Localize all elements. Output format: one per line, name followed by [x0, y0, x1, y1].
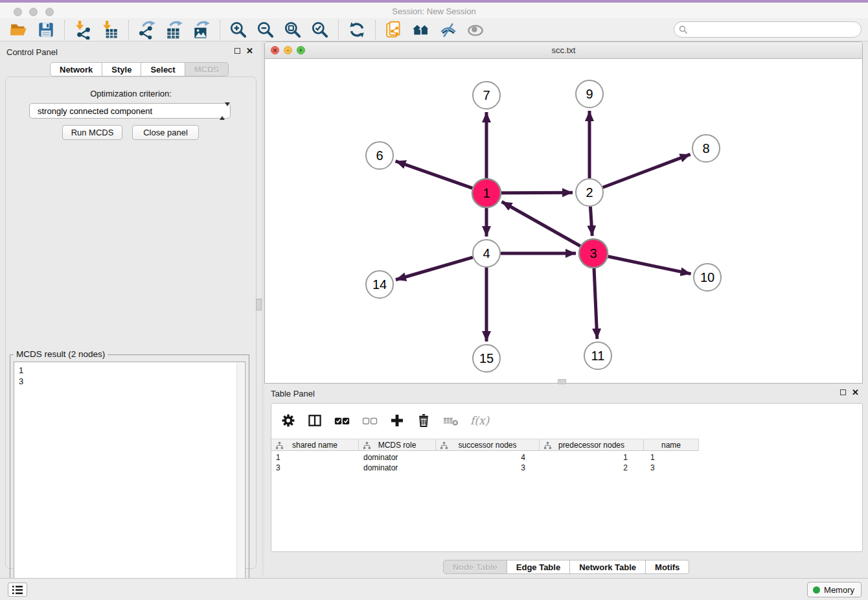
toolbar-separator	[220, 20, 220, 40]
export-network-icon[interactable]	[137, 20, 157, 40]
tab-edge-table[interactable]: Edge Table	[507, 560, 570, 574]
graph-node-label-7: 7	[483, 88, 490, 102]
search-icon	[679, 25, 688, 34]
graph-node-label-6: 6	[376, 148, 383, 163]
search-input[interactable]	[691, 23, 856, 36]
control-panel-tabs: Network Style Select MCDS	[50, 62, 229, 76]
graph-edge-3-10[interactable]	[608, 257, 691, 274]
table-row[interactable]: 1 dominator 4 1 1	[271, 452, 699, 463]
network-window-titlebar[interactable]: ✕ − + scc.txt	[265, 42, 862, 59]
float-panel-icon[interactable]	[840, 389, 846, 395]
memory-status-dot	[813, 586, 820, 594]
tab-node-table[interactable]: Node Table	[443, 560, 507, 574]
tab-network-table[interactable]: Network Table	[570, 560, 646, 574]
zoom-selected-icon[interactable]	[310, 20, 330, 40]
column-header-successor-nodes[interactable]: successor nodes	[436, 439, 540, 450]
tab-motifs[interactable]: Motifs	[646, 560, 689, 574]
graph-node-label-1: 1	[483, 186, 490, 200]
delete-row-icon[interactable]	[416, 413, 431, 428]
graph-edge-2-8[interactable]	[603, 154, 691, 187]
show-all-icon[interactable]	[466, 20, 485, 40]
network-canvas[interactable]: 7968124314101511	[265, 59, 862, 384]
graph-edge-3-1[interactable]	[502, 202, 580, 246]
tab-style[interactable]: Style	[102, 62, 141, 76]
network-title: scc.txt	[265, 45, 862, 55]
cell-shared-name: 1	[271, 452, 359, 463]
graph-node-label-8: 8	[702, 141, 709, 156]
tab-network[interactable]: Network	[50, 62, 102, 76]
graph-edge-2-3[interactable]	[590, 207, 592, 236]
graph-node-label-11: 11	[591, 349, 605, 363]
hide-selected-icon[interactable]	[439, 20, 458, 40]
mcds-panel: Optimization criterion: strongly connect…	[5, 76, 257, 569]
column-header-name[interactable]: name	[644, 439, 699, 450]
table-toolbar: f(x)	[280, 408, 489, 433]
column-header-mcds-role[interactable]: MCDS role	[359, 439, 436, 450]
graph-edge-3-11[interactable]	[594, 268, 597, 339]
toggle-panes-icon[interactable]	[307, 413, 323, 428]
toolbar-separator	[64, 20, 65, 40]
task-history-button[interactable]	[8, 583, 27, 597]
memory-label: Memory	[824, 585, 854, 595]
network-window: ✕ − + scc.txt 7968124314101511	[264, 41, 863, 384]
criterion-value: strongly connected component	[38, 106, 152, 116]
cell-name: 1	[644, 452, 699, 463]
search-box	[674, 21, 862, 38]
delete-column-icon[interactable]	[442, 413, 459, 428]
graph-node-label-2: 2	[586, 185, 593, 200]
hierarchy-icon	[544, 442, 551, 449]
control-panel: Control Panel ✕ Network Style Select MCD…	[0, 43, 262, 575]
tab-select[interactable]: Select	[141, 62, 185, 76]
mcds-result-area[interactable]: 1 3	[14, 362, 246, 595]
add-row-icon[interactable]	[389, 413, 405, 428]
graph-node-label-4: 4	[483, 246, 490, 260]
graph-node-label-10: 10	[700, 270, 714, 284]
zoom-out-icon[interactable]	[256, 20, 275, 40]
tab-mcds[interactable]: MCDS	[185, 62, 229, 76]
cell-predecessor-nodes: 1	[540, 452, 644, 463]
export-table-icon[interactable]	[165, 20, 184, 40]
cell-predecessor-nodes: 2	[540, 463, 644, 473]
close-panel-icon[interactable]: ✕	[246, 48, 253, 54]
graph-edge-1-2[interactable]	[501, 192, 573, 193]
graph-edge-4-14[interactable]	[396, 257, 473, 280]
app-titlebar: Session: New Session	[0, 3, 868, 18]
criterion-select[interactable]: strongly connected component	[29, 103, 231, 119]
graph-edge-1-6[interactable]	[396, 161, 473, 189]
cell-successor-nodes: 4	[436, 452, 540, 463]
zoom-fit-icon[interactable]	[283, 20, 303, 40]
column-header-shared-name[interactable]: shared name	[271, 439, 359, 450]
toolbar-separator	[375, 20, 376, 40]
function-builder-icon[interactable]: f(x)	[470, 414, 489, 427]
deselect-all-icon[interactable]	[361, 413, 378, 428]
column-header-predecessor-nodes[interactable]: predecessor nodes	[540, 439, 644, 450]
horizontal-splitter-grip[interactable]	[558, 379, 566, 384]
memory-button[interactable]: Memory	[807, 582, 862, 597]
run-mcds-button[interactable]: Run MCDS	[62, 125, 122, 140]
close-panel-button[interactable]: Close panel	[132, 125, 199, 140]
criterion-label: Optimization criterion:	[6, 89, 256, 98]
table-row[interactable]: 3 dominator 3 2 3	[271, 463, 699, 473]
float-panel-icon[interactable]	[234, 48, 240, 54]
table-header-row: shared name MCDS role successor nodes pr…	[271, 439, 699, 451]
select-all-icon[interactable]	[334, 413, 350, 428]
save-session-icon[interactable]	[36, 20, 56, 40]
zoom-in-icon[interactable]	[229, 20, 248, 40]
result-scrollbar[interactable]	[236, 363, 244, 595]
mcds-result-values: 1 3	[19, 365, 23, 387]
toolbar-separator	[128, 20, 129, 40]
graph-node-label-14: 14	[372, 277, 387, 292]
node-table-container: f(x) shared name MCDS role successor nod…	[271, 403, 863, 552]
close-panel-icon[interactable]: ✕	[852, 389, 859, 395]
import-network-icon[interactable]	[73, 20, 93, 40]
hierarchy-icon	[363, 442, 371, 449]
graph-node-label-3: 3	[589, 246, 597, 260]
column-settings-icon[interactable]	[280, 413, 296, 428]
new-network-from-selection-icon[interactable]	[384, 20, 404, 40]
first-neighbors-icon[interactable]	[411, 20, 431, 40]
vertical-splitter-grip[interactable]	[256, 299, 262, 310]
import-table-icon[interactable]	[100, 20, 120, 40]
export-image-icon[interactable]	[192, 20, 211, 40]
open-session-icon[interactable]	[9, 20, 29, 40]
refresh-layout-icon[interactable]	[347, 20, 367, 40]
